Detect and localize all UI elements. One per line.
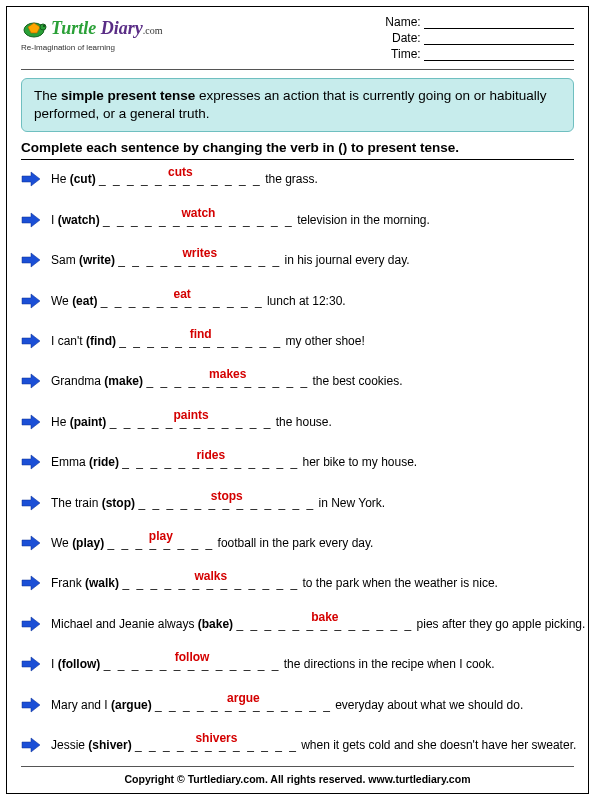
sentence-pre: Sam (51, 253, 79, 267)
answer-blank[interactable]: _ _ _ _ _ _ _ _ _ _ _ _writes (118, 254, 281, 266)
answer-blank[interactable]: _ _ _ _ _ _ _ _ _ _ _ _shivers (135, 739, 298, 751)
logo-block: Turtle Diary.com Re-Imagination of learn… (21, 15, 163, 52)
bullet-arrow-icon (21, 575, 41, 591)
answer-blank[interactable]: _ _ _ _ _ _ _ _ _ _ _ _ _walks (122, 577, 299, 589)
footer: Copyright © Turtlediary.com. All rights … (21, 766, 574, 793)
verb-hint: (follow) (58, 657, 101, 671)
bullet-arrow-icon (21, 333, 41, 349)
page-header: Turtle Diary.com Re-Imagination of learn… (21, 15, 574, 70)
answer-blank[interactable]: _ _ _ _ _ _ _ _ _ _ _ _ _rides (122, 456, 299, 468)
sentence-pre: I (51, 657, 58, 671)
sentence: Sam (write) _ _ _ _ _ _ _ _ _ _ _ _write… (51, 254, 574, 266)
answer-text: eat (174, 288, 191, 300)
verb-hint: (find) (86, 334, 116, 348)
name-line[interactable] (424, 16, 574, 29)
exercise-item: Jessie (shiver) _ _ _ _ _ _ _ _ _ _ _ _s… (21, 730, 574, 760)
answer-blank[interactable]: _ _ _ _ _ _ _ _ _ _ _ _paints (110, 416, 273, 428)
answer-text: find (190, 328, 212, 340)
answer-blank[interactable]: _ _ _ _ _ _ _ _ _ _ _ _ _bake (236, 618, 413, 630)
date-line[interactable] (424, 32, 574, 45)
bullet-arrow-icon (21, 535, 41, 551)
answer-blank[interactable]: _ _ _ _ _ _ _ _ _ _ _ _cuts (99, 173, 262, 185)
answer-blank[interactable]: _ _ _ _ _ _ _ _ _ _ _ _makes (146, 375, 309, 387)
sentence: The train (stop) _ _ _ _ _ _ _ _ _ _ _ _… (51, 497, 574, 509)
sentence: We (eat) _ _ _ _ _ _ _ _ _ _ _ _eat lunc… (51, 295, 574, 307)
exercise-item: We (eat) _ _ _ _ _ _ _ _ _ _ _ _eat lunc… (21, 286, 574, 316)
sentence: I (follow) _ _ _ _ _ _ _ _ _ _ _ _ _foll… (51, 658, 574, 670)
sentence-pre: Michael and Jeanie always (51, 617, 198, 631)
logo-text: Turtle Diary.com (51, 19, 163, 37)
answer-blank[interactable]: _ _ _ _ _ _ _ _ _ _ _ _ _argue (155, 699, 332, 711)
sentence-post: the directions in the recipe when I cook… (280, 657, 494, 671)
exercise-item: I (follow) _ _ _ _ _ _ _ _ _ _ _ _ _foll… (21, 649, 574, 679)
exercise-item: Frank (walk) _ _ _ _ _ _ _ _ _ _ _ _ _wa… (21, 568, 574, 598)
exercise-item: Mary and I (argue) _ _ _ _ _ _ _ _ _ _ _… (21, 690, 574, 720)
bullet-arrow-icon (21, 414, 41, 430)
sentence-pre: Frank (51, 576, 85, 590)
exercise-item: Michael and Jeanie always (bake) _ _ _ _… (21, 609, 574, 639)
sentence: Mary and I (argue) _ _ _ _ _ _ _ _ _ _ _… (51, 699, 574, 711)
verb-hint: (stop) (102, 496, 135, 510)
verb-hint: (walk) (85, 576, 119, 590)
sentence-post: pies after they go apple picking. (413, 617, 585, 631)
verb-hint: (play) (72, 536, 104, 550)
sentence-post: in New York. (315, 496, 385, 510)
answer-text: play (149, 530, 173, 542)
worksheet-page: Turtle Diary.com Re-Imagination of learn… (6, 6, 589, 794)
sentence-post: her bike to my house. (299, 455, 417, 469)
tagline: Re-Imagination of learning (21, 43, 163, 52)
verb-hint: (eat) (72, 294, 97, 308)
verb-hint: (bake) (198, 617, 233, 631)
sentence-post: to the park when the weather is nice. (299, 576, 498, 590)
verb-hint: (ride) (89, 455, 119, 469)
answer-blank[interactable]: _ _ _ _ _ _ _ _ _ _ _ _ _follow (104, 658, 281, 670)
svg-point-1 (40, 24, 46, 30)
sentence: Grandma (make) _ _ _ _ _ _ _ _ _ _ _ _ma… (51, 375, 574, 387)
sentence-post: when it gets cold and she doesn't have h… (298, 738, 576, 752)
sentence-post: everyday about what we should do. (332, 698, 523, 712)
items-list: He (cut) _ _ _ _ _ _ _ _ _ _ _ _cuts the… (21, 160, 574, 766)
answer-text: makes (209, 368, 246, 380)
answer-text: bake (311, 611, 338, 623)
sentence: Frank (walk) _ _ _ _ _ _ _ _ _ _ _ _ _wa… (51, 577, 574, 589)
sentence: Jessie (shiver) _ _ _ _ _ _ _ _ _ _ _ _s… (51, 739, 576, 751)
exercise-item: Grandma (make) _ _ _ _ _ _ _ _ _ _ _ _ma… (21, 366, 574, 396)
answer-text: shivers (195, 732, 237, 744)
answer-text: cuts (168, 166, 193, 178)
bullet-arrow-icon (21, 373, 41, 389)
verb-hint: (argue) (111, 698, 152, 712)
verb-hint: (write) (79, 253, 115, 267)
verb-hint: (shiver) (88, 738, 131, 752)
exercise-item: I can't (find) _ _ _ _ _ _ _ _ _ _ _ _fi… (21, 326, 574, 356)
date-label: Date: (392, 31, 421, 45)
sentence-pre: We (51, 536, 72, 550)
sentence-pre: We (51, 294, 72, 308)
time-line[interactable] (424, 48, 574, 61)
sentence: He (cut) _ _ _ _ _ _ _ _ _ _ _ _cuts the… (51, 173, 574, 185)
sentence-post: football in the park every day. (214, 536, 373, 550)
exercise-item: We (play) _ _ _ _ _ _ _ _play football i… (21, 528, 574, 558)
sentence-pre: Grandma (51, 374, 104, 388)
sentence-pre: He (51, 415, 70, 429)
bullet-arrow-icon (21, 697, 41, 713)
sentence-post: my other shoe! (282, 334, 365, 348)
student-fields: Name: Date: Time: (385, 15, 574, 63)
sentence: Michael and Jeanie always (bake) _ _ _ _… (51, 618, 585, 630)
answer-blank[interactable]: _ _ _ _ _ _ _ _ _ _ _ _eat (101, 295, 264, 307)
sentence-pre: Mary and I (51, 698, 111, 712)
sentence-pre: I can't (51, 334, 86, 348)
sentence: Emma (ride) _ _ _ _ _ _ _ _ _ _ _ _ _rid… (51, 456, 574, 468)
exercise-item: The train (stop) _ _ _ _ _ _ _ _ _ _ _ _… (21, 488, 574, 518)
exercise-item: Sam (write) _ _ _ _ _ _ _ _ _ _ _ _write… (21, 245, 574, 275)
exercise-item: I (watch) _ _ _ _ _ _ _ _ _ _ _ _ _ _wat… (21, 205, 574, 235)
answer-blank[interactable]: _ _ _ _ _ _ _ _ _ _ _ _ _ _watch (103, 214, 294, 226)
bullet-arrow-icon (21, 656, 41, 672)
answer-blank[interactable]: _ _ _ _ _ _ _ _ _ _ _ _ _stops (138, 497, 315, 509)
sentence-pre: Jessie (51, 738, 88, 752)
exercise-item: He (paint) _ _ _ _ _ _ _ _ _ _ _ _paints… (21, 407, 574, 437)
answer-blank[interactable]: _ _ _ _ _ _ _ _ _ _ _ _find (119, 335, 282, 347)
sentence-post: television in the morning. (294, 213, 430, 227)
bullet-arrow-icon (21, 293, 41, 309)
sentence-post: the grass. (262, 172, 318, 186)
answer-blank[interactable]: _ _ _ _ _ _ _ _play (107, 537, 214, 549)
